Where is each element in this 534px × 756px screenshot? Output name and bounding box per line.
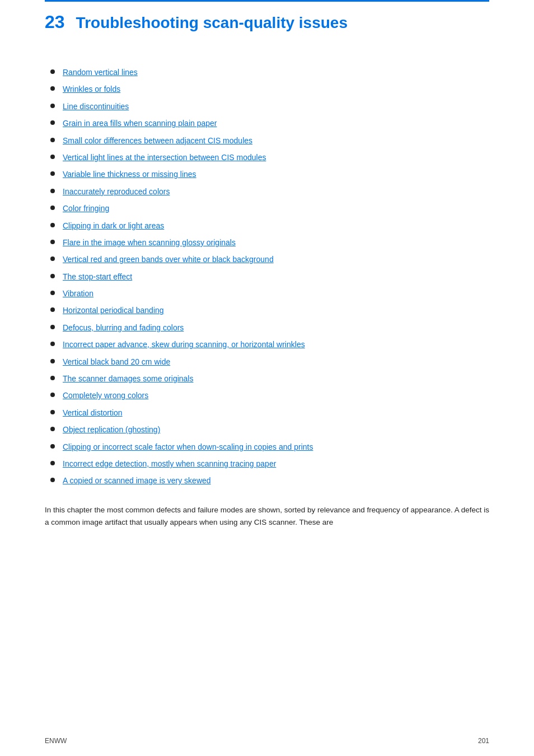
bullet-icon bbox=[50, 223, 55, 227]
bullet-icon bbox=[50, 427, 55, 431]
toc-link-10[interactable]: Clipping in dark or light areas bbox=[63, 220, 164, 232]
toc-list-item: Flare in the image when scanning glossy … bbox=[45, 236, 489, 249]
toc-link-6[interactable]: Vertical light lines at the intersection… bbox=[63, 151, 266, 164]
toc-list-item: Incorrect paper advance, skew during sca… bbox=[45, 338, 489, 351]
bullet-icon bbox=[50, 444, 55, 449]
toc-link-1[interactable]: Random vertical lines bbox=[63, 66, 138, 78]
chapter-title: Troubleshooting scan-quality issues bbox=[76, 14, 348, 32]
chapter-header: 23 Troubleshooting scan-quality issues bbox=[45, 0, 489, 32]
toc-link-7[interactable]: Variable line thickness or missing lines bbox=[63, 168, 196, 180]
toc-list: Random vertical linesWrinkles or foldsLi… bbox=[45, 66, 489, 487]
footer: ENWW 201 bbox=[45, 737, 489, 745]
toc-link-19[interactable]: The scanner damages some originals bbox=[63, 372, 193, 385]
bullet-icon bbox=[50, 256, 55, 261]
toc-link-12[interactable]: Vertical red and green bands over white … bbox=[63, 253, 274, 265]
toc-link-16[interactable]: Defocus, blurring and fading colors bbox=[63, 321, 184, 334]
bullet-icon bbox=[50, 478, 55, 482]
toc-list-item: Clipping or incorrect scale factor when … bbox=[45, 441, 489, 453]
bullet-icon bbox=[50, 342, 55, 346]
toc-list-item: Inaccurately reproduced colors bbox=[45, 185, 489, 198]
chapter-number: 23 bbox=[45, 12, 65, 32]
toc-list-item: Vertical black band 20 cm wide bbox=[45, 356, 489, 368]
bullet-icon bbox=[50, 189, 55, 193]
toc-link-8[interactable]: Inaccurately reproduced colors bbox=[63, 185, 170, 198]
toc-list-item: A copied or scanned image is very skewed bbox=[45, 474, 489, 487]
toc-link-17[interactable]: Incorrect paper advance, skew during sca… bbox=[63, 338, 305, 351]
toc-list-item: Wrinkles or folds bbox=[45, 83, 489, 95]
toc-list-item: Incorrect edge detection, mostly when sc… bbox=[45, 458, 489, 470]
toc-list-item: Completely wrong colors bbox=[45, 389, 489, 402]
bullet-icon bbox=[50, 120, 55, 125]
toc-link-11[interactable]: Flare in the image when scanning glossy … bbox=[63, 236, 236, 249]
bullet-icon bbox=[50, 307, 55, 312]
toc-link-4[interactable]: Grain in area fills when scanning plain … bbox=[63, 117, 217, 129]
toc-link-25[interactable]: A copied or scanned image is very skewed bbox=[63, 474, 211, 487]
toc-list-item: Random vertical lines bbox=[45, 66, 489, 78]
bullet-icon bbox=[50, 410, 55, 414]
toc-list-item: Line discontinuities bbox=[45, 100, 489, 113]
toc-list-item: The stop-start effect bbox=[45, 270, 489, 283]
bullet-icon bbox=[50, 291, 55, 295]
toc-list-item: Vertical light lines at the intersection… bbox=[45, 151, 489, 164]
toc-link-9[interactable]: Color fringing bbox=[63, 202, 109, 214]
toc-link-2[interactable]: Wrinkles or folds bbox=[63, 83, 120, 95]
bullet-icon bbox=[50, 138, 55, 142]
toc-link-22[interactable]: Object replication (ghosting) bbox=[63, 423, 160, 436]
toc-link-15[interactable]: Horizontal periodical banding bbox=[63, 304, 164, 316]
toc-link-23[interactable]: Clipping or incorrect scale factor when … bbox=[63, 441, 313, 453]
toc-list-item: Horizontal periodical banding bbox=[45, 304, 489, 316]
bullet-icon bbox=[50, 69, 55, 74]
bullet-icon bbox=[50, 359, 55, 363]
toc-list-item: Variable line thickness or missing lines bbox=[45, 168, 489, 180]
toc-list-item: Vibration bbox=[45, 287, 489, 300]
bullet-icon bbox=[50, 393, 55, 397]
bullet-icon bbox=[50, 206, 55, 210]
toc-link-18[interactable]: Vertical black band 20 cm wide bbox=[63, 356, 170, 368]
bullet-icon bbox=[50, 325, 55, 329]
bullet-icon bbox=[50, 86, 55, 91]
page-container: 23 Troubleshooting scan-quality issues R… bbox=[0, 0, 534, 756]
toc-list-item: Defocus, blurring and fading colors bbox=[45, 321, 489, 334]
bullet-icon bbox=[50, 274, 55, 278]
toc-link-20[interactable]: Completely wrong colors bbox=[63, 389, 148, 402]
footer-right: 201 bbox=[478, 737, 489, 745]
toc-list-item: Clipping in dark or light areas bbox=[45, 220, 489, 232]
toc-list-item: The scanner damages some originals bbox=[45, 372, 489, 385]
toc-list-item: Small color differences between adjacent… bbox=[45, 134, 489, 147]
toc-link-3[interactable]: Line discontinuities bbox=[63, 100, 129, 113]
toc-link-14[interactable]: Vibration bbox=[63, 287, 93, 300]
footer-left: ENWW bbox=[45, 737, 67, 745]
toc-link-13[interactable]: The stop-start effect bbox=[63, 270, 132, 283]
bullet-icon bbox=[50, 171, 55, 176]
toc-list-item: Vertical distortion bbox=[45, 407, 489, 419]
toc-list-item: Grain in area fills when scanning plain … bbox=[45, 117, 489, 129]
toc-list-item: Color fringing bbox=[45, 202, 489, 214]
bullet-icon bbox=[50, 376, 55, 380]
toc-list-item: Vertical red and green bands over white … bbox=[45, 253, 489, 265]
bullet-icon bbox=[50, 240, 55, 244]
toc-link-24[interactable]: Incorrect edge detection, mostly when sc… bbox=[63, 458, 276, 470]
bullet-icon bbox=[50, 104, 55, 108]
bullet-icon bbox=[50, 461, 55, 465]
toc-link-21[interactable]: Vertical distortion bbox=[63, 407, 123, 419]
toc-link-5[interactable]: Small color differences between adjacent… bbox=[63, 134, 252, 147]
bullet-icon bbox=[50, 155, 55, 159]
toc-list-item: Object replication (ghosting) bbox=[45, 423, 489, 436]
intro-text: In this chapter the most common defects … bbox=[45, 504, 489, 529]
